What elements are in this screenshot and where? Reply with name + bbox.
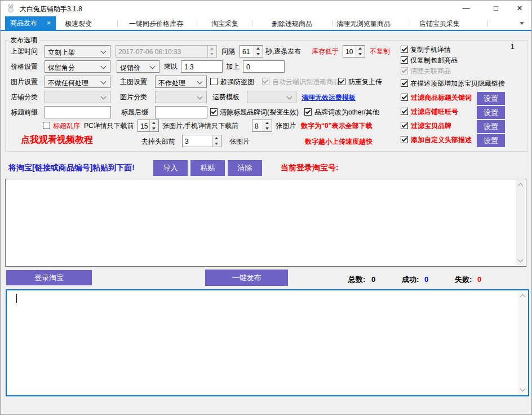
tab-product-publish[interactable]: 商品发布 × [5,16,56,30]
mobile-detail-spinner[interactable]: 8 [252,120,272,132]
import-button[interactable]: 导入 [153,160,188,176]
title-suffix-input[interactable] [155,106,207,118]
freight-template-label: 运费模板 [212,93,240,101]
multiply-input[interactable]: 1.3 [181,60,223,73]
filter-title-keyword-checkbox[interactable] [401,94,408,101]
chevron-down-icon[interactable] [520,22,524,25]
hidden-link-checkbox[interactable] [401,80,408,87]
links-textarea[interactable] [5,179,526,267]
filter-brand-checkbox[interactable] [401,122,408,129]
minimize-icon[interactable]: — [453,1,479,16]
scroll-down-icon[interactable] [518,257,524,263]
filter-wangwang-label[interactable]: 过滤店铺旺旺号 [411,108,458,116]
tab-clean-noview[interactable]: 清理无浏览量商品 [336,19,391,29]
spinner-up-icon [208,46,216,51]
chevron-down-icon [287,94,292,100]
brand-other-checkbox[interactable] [304,108,312,116]
copy-mobile-checkbox[interactable] [401,46,408,53]
brand-other-label[interactable]: 品牌词改为other/其他 [314,108,379,116]
tab-close-icon[interactable]: × [47,19,51,27]
freight-template-select[interactable] [247,91,296,103]
spinner-up-icon[interactable] [356,46,365,51]
spinner-up-icon[interactable] [254,46,263,51]
anti-repeat-label[interactable]: 防重复上传 [348,78,382,86]
custom-header-label[interactable]: 添加自定义头部描述 [411,136,472,144]
spinner-up-icon[interactable] [263,120,272,126]
filter-brand-settings-button[interactable]: 设置 [477,120,505,133]
price-mode-select[interactable]: 保留角分 [45,60,110,73]
free-ship-label[interactable]: 仅复制包邮商品 [410,56,458,64]
shop-category-select[interactable] [45,91,110,103]
log-textarea[interactable] [6,289,529,396]
cloud-check-label: 自动云端识别违规商品 [272,78,340,86]
spinner-up-icon[interactable] [212,135,221,141]
tab-sync-price-stock[interactable]: 一键同步价格库存 [129,19,183,29]
pc-detail-spinner[interactable]: 15 [138,120,159,132]
title-shuffle-label[interactable]: 标题乱序 [53,122,80,130]
one-key-publish-button[interactable]: 一键发布 [205,270,288,286]
maximize-icon[interactable]: □ [483,1,509,16]
spinner-down-icon[interactable] [356,51,365,57]
filter-title-keyword-label[interactable]: 过滤商品标题关键词 [411,94,472,101]
spinner-up-icon[interactable] [150,120,158,126]
filter-wangwang-checkbox[interactable] [401,108,408,115]
price-setting-label: 价格设置 [11,63,38,70]
interval-unit-label: 秒,逐条发布 [265,47,301,55]
tab-separator [487,20,488,27]
clear-brand-label[interactable]: 清除标题品牌词(裂变生效) [220,108,299,116]
spinner-down-icon[interactable] [263,126,272,131]
filter-brand-label[interactable]: 过滤宝贝品牌 [411,122,451,130]
title-prefix-label: 标题前缀 [11,108,38,116]
head-remove-spinner[interactable]: 3 [182,135,221,147]
image-category-select[interactable] [155,91,207,103]
rabbit-app-icon [6,4,15,15]
tab-delete-illegal[interactable]: 删除违规商品 [272,19,312,29]
video-tutorial-link[interactable]: 点我观看视频教程 [21,136,93,144]
scrollbar[interactable] [518,291,527,395]
login-taobao-button[interactable]: 登录淘宝 [6,270,92,285]
anti-theft-label[interactable]: 超强防盗图 [220,78,254,86]
scroll-up-icon[interactable] [518,183,524,189]
price-base-select[interactable]: 促销价 [117,60,159,73]
title-shuffle-checkbox[interactable] [43,122,50,129]
main-image-select[interactable]: 不作处理 [155,76,207,88]
scroll-up-icon[interactable] [520,294,526,300]
image-category-label: 图片分类 [120,93,147,101]
interval-spinner[interactable]: 61 [240,45,263,58]
tab-taobao-collect[interactable]: 淘宝采集 [211,19,238,29]
spinner-down-icon[interactable] [254,51,263,57]
anti-repeat-checkbox[interactable] [338,78,345,85]
clear-brand-checkbox[interactable] [210,108,218,116]
free-ship-checkbox[interactable] [401,56,408,64]
custom-header-settings-button[interactable]: 设置 [477,134,505,147]
total-label: 总数: [348,276,365,284]
filter-title-keyword-settings-button[interactable]: 设置 [477,92,505,105]
stock-threshold-spinner[interactable]: 10 [343,45,365,58]
fail-label: 失败: [455,276,472,284]
shelf-mode-select[interactable]: 立刻上架 [45,45,110,58]
corner-number: 1 [511,43,515,51]
close-icon[interactable]: ✕ [507,1,532,16]
title-prefix-input[interactable] [45,106,111,118]
spinner-down-icon[interactable] [212,141,221,147]
scroll-down-icon[interactable] [520,386,526,392]
tab-fast-fission[interactable]: 极速裂变 [65,19,92,29]
image-mode-select[interactable]: 不做任何处理 [45,76,110,88]
anti-theft-checkbox[interactable] [210,78,218,85]
plus-input[interactable]: 0 [243,60,285,73]
copy-mobile-label[interactable]: 复制手机详情 [410,46,451,54]
stock-below-label: 库存低于 [312,47,339,55]
total-value: 0 [371,276,375,284]
tab-shop-item-collect[interactable]: 店铺宝贝采集 [419,19,460,29]
clear-button[interactable]: 清除 [228,160,262,176]
hidden-link-label[interactable]: 在描述顶部增加原宝贝隐藏链接 [410,80,505,87]
scrollbar[interactable] [516,180,525,266]
custom-header-checkbox[interactable] [401,136,408,143]
multiply-label: 乘以 [164,63,178,70]
paste-button[interactable]: 粘贴 [190,160,225,176]
success-value: 0 [424,276,428,284]
spinner-down-icon[interactable] [150,126,158,131]
filter-wangwang-settings-button[interactable]: 设置 [477,106,505,119]
no-copy-label: 不复制 [370,47,390,55]
clean-freight-link[interactable]: 清理无效运费模板 [302,93,356,103]
